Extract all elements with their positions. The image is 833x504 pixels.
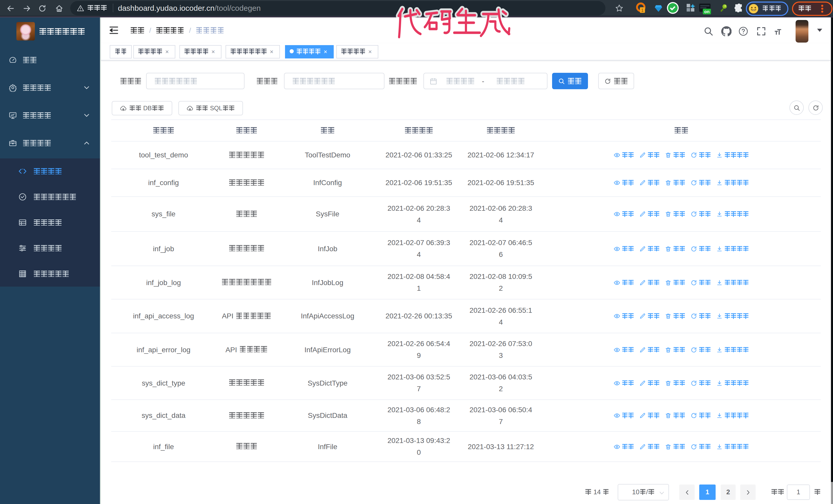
svg-text:on: on: [704, 9, 710, 14]
svg-text:1: 1: [641, 8, 644, 13]
